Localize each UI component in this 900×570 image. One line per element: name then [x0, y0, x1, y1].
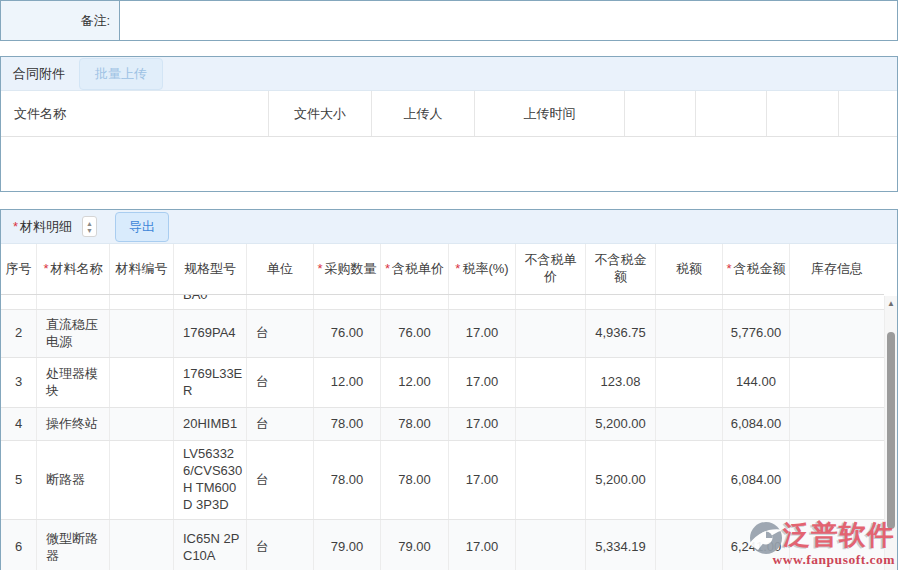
column-tax-rate: *税率(%) — [449, 244, 516, 294]
required-marker: * — [13, 219, 18, 234]
column-empty-4 — [839, 91, 897, 136]
column-seq: 序号 — [1, 244, 37, 294]
attachments-header-bar: 合同附件 批量上传 — [1, 57, 897, 91]
table-row: 5 断路器 LV563326/CVS630H TM600D 3P3D 台 78.… — [1, 441, 884, 520]
column-gross-amount: *含税金额 — [723, 244, 790, 294]
vertical-scrollbar[interactable]: ▲ — [884, 296, 897, 570]
column-file-name: 文件名称 — [1, 91, 269, 136]
table-row: 6 微型断路器 IC65N 2P C10A 台 79.00 79.00 17.0… — [1, 520, 884, 570]
materials-panel: *材料明细 ▲ ▼ 导出 序号 *材料名称 材料编号 规格型号 单位 *采购数量… — [0, 209, 898, 570]
column-net-amount: 不含税金额 — [586, 244, 656, 294]
column-material-code: 材料编号 — [110, 244, 174, 294]
column-upload-time: 上传时间 — [475, 91, 625, 136]
column-tax-amount: 税额 — [656, 244, 723, 294]
remark-row: 备注: — [0, 0, 898, 41]
materials-table-header: 序号 *材料名称 材料编号 规格型号 单位 *采购数量 *含税单价 *税率(%)… — [1, 244, 884, 295]
table-row: 4 操作终站 20HIMB1 台 78.00 78.00 17.00 5,200… — [1, 408, 884, 441]
column-empty-3 — [767, 91, 839, 136]
scroll-up-icon[interactable]: ▲ — [885, 296, 897, 310]
batch-upload-button[interactable]: 批量上传 — [79, 58, 163, 90]
materials-header-bar: *材料明细 ▲ ▼ 导出 — [1, 210, 897, 244]
spinner-down-icon[interactable]: ▼ — [86, 227, 93, 234]
table-row: 3 处理器模块 1769L33ER 台 12.00 12.00 17.00 12… — [1, 358, 884, 408]
column-file-size: 文件大小 — [269, 91, 372, 136]
table-row-partial: BA0 — [1, 295, 884, 310]
attachments-title: 合同附件 — [13, 65, 65, 83]
attachments-table-body — [1, 137, 897, 191]
remark-input[interactable] — [120, 1, 897, 40]
materials-title: *材料明细 — [13, 217, 72, 236]
spinner-icon[interactable]: ▲ ▼ — [82, 216, 97, 237]
column-stock-info: 库存信息 — [790, 244, 884, 294]
column-net-price: 不含税单价 — [516, 244, 586, 294]
table-row: 2 直流稳压电源 1769PA4 台 76.00 76.00 17.00 4,9… — [1, 310, 884, 358]
contract-attachments-panel: 合同附件 批量上传 文件名称 文件大小 上传人 上传时间 — [0, 56, 898, 192]
spinner-up-icon[interactable]: ▲ — [86, 220, 93, 227]
page: 备注: 合同附件 批量上传 文件名称 文件大小 上传人 上传时间 *材料明细 ▲ — [0, 0, 900, 570]
scrollbar-thumb[interactable] — [887, 332, 895, 529]
column-uploader: 上传人 — [372, 91, 475, 136]
column-spec-model: 规格型号 — [174, 244, 247, 294]
column-unit: 单位 — [247, 244, 314, 294]
column-tax-price: *含税单价 — [381, 244, 449, 294]
attachments-table-header: 文件名称 文件大小 上传人 上传时间 — [1, 91, 897, 137]
column-empty-2 — [696, 91, 767, 136]
column-purchase-qty: *采购数量 — [314, 244, 381, 294]
materials-table: 序号 *材料名称 材料编号 规格型号 单位 *采购数量 *含税单价 *税率(%)… — [1, 244, 884, 570]
clipped-spec-text: BA0 — [183, 295, 208, 304]
export-button[interactable]: 导出 — [115, 212, 169, 242]
column-empty-1 — [625, 91, 696, 136]
remark-label: 备注: — [1, 1, 120, 40]
column-material-name: *材料名称 — [37, 244, 110, 294]
